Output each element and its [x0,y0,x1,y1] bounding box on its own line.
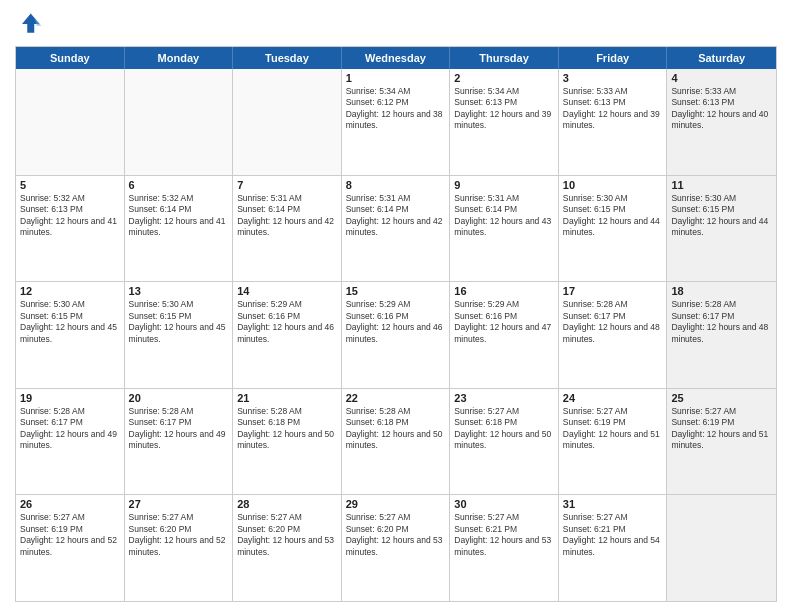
calendar-cell: 5Sunrise: 5:32 AM Sunset: 6:13 PM Daylig… [16,176,125,282]
day-number: 16 [454,285,554,297]
cell-info: Sunrise: 5:31 AM Sunset: 6:14 PM Dayligh… [237,193,337,239]
calendar-cell: 29Sunrise: 5:27 AM Sunset: 6:20 PM Dayli… [342,495,451,601]
calendar-row: 19Sunrise: 5:28 AM Sunset: 6:17 PM Dayli… [16,388,776,495]
logo-icon [15,10,43,38]
cell-info: Sunrise: 5:27 AM Sunset: 6:21 PM Dayligh… [454,512,554,558]
cell-info: Sunrise: 5:31 AM Sunset: 6:14 PM Dayligh… [346,193,446,239]
calendar-cell: 1Sunrise: 5:34 AM Sunset: 6:12 PM Daylig… [342,69,451,175]
calendar-cell: 13Sunrise: 5:30 AM Sunset: 6:15 PM Dayli… [125,282,234,388]
calendar-cell: 21Sunrise: 5:28 AM Sunset: 6:18 PM Dayli… [233,389,342,495]
day-number: 21 [237,392,337,404]
cell-info: Sunrise: 5:31 AM Sunset: 6:14 PM Dayligh… [454,193,554,239]
cell-info: Sunrise: 5:34 AM Sunset: 6:13 PM Dayligh… [454,86,554,132]
day-number: 22 [346,392,446,404]
cell-info: Sunrise: 5:27 AM Sunset: 6:20 PM Dayligh… [129,512,229,558]
calendar-cell: 19Sunrise: 5:28 AM Sunset: 6:17 PM Dayli… [16,389,125,495]
calendar-row: 26Sunrise: 5:27 AM Sunset: 6:19 PM Dayli… [16,494,776,601]
day-number: 4 [671,72,772,84]
calendar-cell: 24Sunrise: 5:27 AM Sunset: 6:19 PM Dayli… [559,389,668,495]
calendar-cell: 31Sunrise: 5:27 AM Sunset: 6:21 PM Dayli… [559,495,668,601]
cell-info: Sunrise: 5:27 AM Sunset: 6:19 PM Dayligh… [563,406,663,452]
calendar-cell: 4Sunrise: 5:33 AM Sunset: 6:13 PM Daylig… [667,69,776,175]
day-number: 25 [671,392,772,404]
cell-info: Sunrise: 5:33 AM Sunset: 6:13 PM Dayligh… [563,86,663,132]
day-number: 3 [563,72,663,84]
calendar-cell: 6Sunrise: 5:32 AM Sunset: 6:14 PM Daylig… [125,176,234,282]
logo [15,10,47,38]
calendar-cell: 7Sunrise: 5:31 AM Sunset: 6:14 PM Daylig… [233,176,342,282]
day-number: 31 [563,498,663,510]
calendar-cell: 14Sunrise: 5:29 AM Sunset: 6:16 PM Dayli… [233,282,342,388]
calendar-cell: 17Sunrise: 5:28 AM Sunset: 6:17 PM Dayli… [559,282,668,388]
day-number: 13 [129,285,229,297]
day-number: 23 [454,392,554,404]
day-number: 20 [129,392,229,404]
day-number: 28 [237,498,337,510]
weekday-header: Friday [559,47,668,69]
calendar-cell: 20Sunrise: 5:28 AM Sunset: 6:17 PM Dayli… [125,389,234,495]
calendar-cell: 22Sunrise: 5:28 AM Sunset: 6:18 PM Dayli… [342,389,451,495]
calendar-cell [125,69,234,175]
calendar-cell: 12Sunrise: 5:30 AM Sunset: 6:15 PM Dayli… [16,282,125,388]
weekday-header: Sunday [16,47,125,69]
calendar-header: SundayMondayTuesdayWednesdayThursdayFrid… [16,47,776,69]
calendar-cell: 15Sunrise: 5:29 AM Sunset: 6:16 PM Dayli… [342,282,451,388]
header [15,10,777,38]
weekday-header: Thursday [450,47,559,69]
calendar-body: 1Sunrise: 5:34 AM Sunset: 6:12 PM Daylig… [16,69,776,601]
calendar-cell: 23Sunrise: 5:27 AM Sunset: 6:18 PM Dayli… [450,389,559,495]
calendar-row: 5Sunrise: 5:32 AM Sunset: 6:13 PM Daylig… [16,175,776,282]
cell-info: Sunrise: 5:27 AM Sunset: 6:19 PM Dayligh… [20,512,120,558]
cell-info: Sunrise: 5:32 AM Sunset: 6:14 PM Dayligh… [129,193,229,239]
calendar-cell: 18Sunrise: 5:28 AM Sunset: 6:17 PM Dayli… [667,282,776,388]
cell-info: Sunrise: 5:27 AM Sunset: 6:18 PM Dayligh… [454,406,554,452]
cell-info: Sunrise: 5:27 AM Sunset: 6:20 PM Dayligh… [237,512,337,558]
day-number: 30 [454,498,554,510]
cell-info: Sunrise: 5:29 AM Sunset: 6:16 PM Dayligh… [454,299,554,345]
calendar-cell [233,69,342,175]
day-number: 6 [129,179,229,191]
day-number: 1 [346,72,446,84]
cell-info: Sunrise: 5:27 AM Sunset: 6:21 PM Dayligh… [563,512,663,558]
day-number: 14 [237,285,337,297]
cell-info: Sunrise: 5:30 AM Sunset: 6:15 PM Dayligh… [20,299,120,345]
cell-info: Sunrise: 5:28 AM Sunset: 6:17 PM Dayligh… [563,299,663,345]
calendar-cell: 28Sunrise: 5:27 AM Sunset: 6:20 PM Dayli… [233,495,342,601]
cell-info: Sunrise: 5:28 AM Sunset: 6:18 PM Dayligh… [237,406,337,452]
cell-info: Sunrise: 5:28 AM Sunset: 6:17 PM Dayligh… [671,299,772,345]
day-number: 29 [346,498,446,510]
cell-info: Sunrise: 5:30 AM Sunset: 6:15 PM Dayligh… [563,193,663,239]
calendar-cell: 11Sunrise: 5:30 AM Sunset: 6:15 PM Dayli… [667,176,776,282]
day-number: 12 [20,285,120,297]
day-number: 19 [20,392,120,404]
calendar-cell: 25Sunrise: 5:27 AM Sunset: 6:19 PM Dayli… [667,389,776,495]
calendar-cell: 27Sunrise: 5:27 AM Sunset: 6:20 PM Dayli… [125,495,234,601]
day-number: 8 [346,179,446,191]
cell-info: Sunrise: 5:28 AM Sunset: 6:18 PM Dayligh… [346,406,446,452]
cell-info: Sunrise: 5:27 AM Sunset: 6:19 PM Dayligh… [671,406,772,452]
day-number: 15 [346,285,446,297]
cell-info: Sunrise: 5:33 AM Sunset: 6:13 PM Dayligh… [671,86,772,132]
weekday-header: Monday [125,47,234,69]
cell-info: Sunrise: 5:28 AM Sunset: 6:17 PM Dayligh… [129,406,229,452]
calendar-cell: 3Sunrise: 5:33 AM Sunset: 6:13 PM Daylig… [559,69,668,175]
weekday-header: Wednesday [342,47,451,69]
calendar-cell: 9Sunrise: 5:31 AM Sunset: 6:14 PM Daylig… [450,176,559,282]
calendar-cell: 10Sunrise: 5:30 AM Sunset: 6:15 PM Dayli… [559,176,668,282]
calendar-cell [667,495,776,601]
day-number: 9 [454,179,554,191]
calendar-cell [16,69,125,175]
weekday-header: Tuesday [233,47,342,69]
day-number: 24 [563,392,663,404]
day-number: 27 [129,498,229,510]
calendar-cell: 8Sunrise: 5:31 AM Sunset: 6:14 PM Daylig… [342,176,451,282]
cell-info: Sunrise: 5:29 AM Sunset: 6:16 PM Dayligh… [346,299,446,345]
calendar-cell: 30Sunrise: 5:27 AM Sunset: 6:21 PM Dayli… [450,495,559,601]
calendar-cell: 2Sunrise: 5:34 AM Sunset: 6:13 PM Daylig… [450,69,559,175]
calendar-cell: 16Sunrise: 5:29 AM Sunset: 6:16 PM Dayli… [450,282,559,388]
cell-info: Sunrise: 5:28 AM Sunset: 6:17 PM Dayligh… [20,406,120,452]
calendar: SundayMondayTuesdayWednesdayThursdayFrid… [15,46,777,602]
day-number: 11 [671,179,772,191]
day-number: 5 [20,179,120,191]
cell-info: Sunrise: 5:27 AM Sunset: 6:20 PM Dayligh… [346,512,446,558]
